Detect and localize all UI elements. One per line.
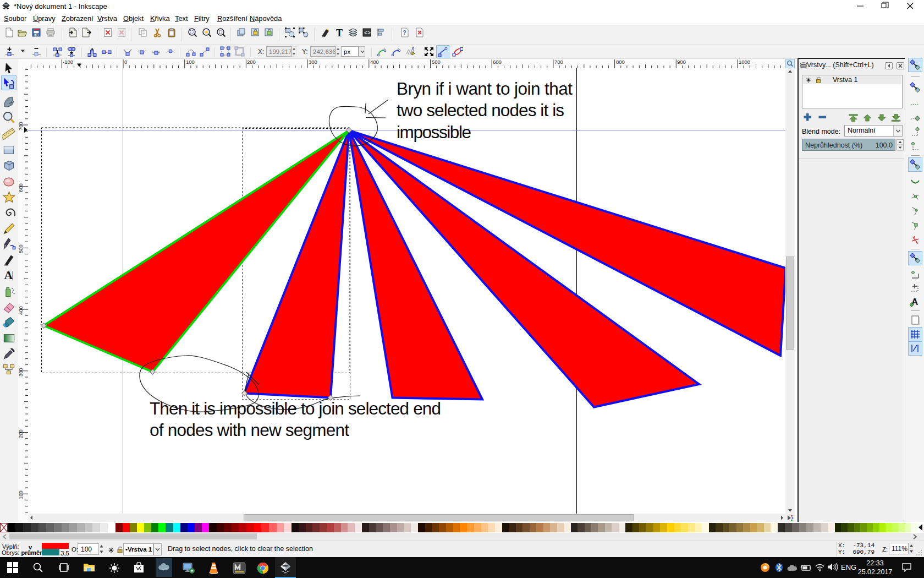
svg-text:Then it is impossible to join: Then it is impossible to join selected e… <box>150 399 441 418</box>
svg-text:T: T <box>336 28 343 37</box>
svg-text:0: 0 <box>124 59 127 65</box>
svg-text:two selected nodes it is: two selected nodes it is <box>397 100 564 120</box>
svg-text:100: 100 <box>186 59 195 65</box>
svg-text:200: 200 <box>247 59 256 65</box>
svg-text:300: 300 <box>18 368 24 377</box>
svg-text:400: 400 <box>370 59 379 65</box>
svg-text:-100: -100 <box>63 59 73 65</box>
svg-text:600: 600 <box>493 59 502 65</box>
svg-text:900: 900 <box>677 59 686 65</box>
svg-text:600: 600 <box>18 183 24 192</box>
svg-text:700: 700 <box>554 59 563 65</box>
svg-text:100: 100 <box>18 490 24 499</box>
svg-text:200: 200 <box>18 429 24 438</box>
svg-text:A: A <box>4 269 13 282</box>
svg-text:800: 800 <box>616 59 625 65</box>
svg-text:500: 500 <box>18 244 24 253</box>
svg-text:400: 400 <box>18 306 24 315</box>
svg-text:500: 500 <box>432 59 441 65</box>
svg-text:of nodes with new segment: of nodes with new segment <box>150 420 349 440</box>
svg-text:Bryn if i want to join that: Bryn if i want to join that <box>397 79 573 99</box>
svg-text:300: 300 <box>309 59 317 65</box>
svg-text:<>: <> <box>364 30 371 36</box>
svg-text:?: ? <box>403 29 406 36</box>
svg-text:impossible: impossible <box>397 122 471 142</box>
svg-text:1000: 1000 <box>739 59 750 65</box>
svg-text:700: 700 <box>18 122 24 130</box>
